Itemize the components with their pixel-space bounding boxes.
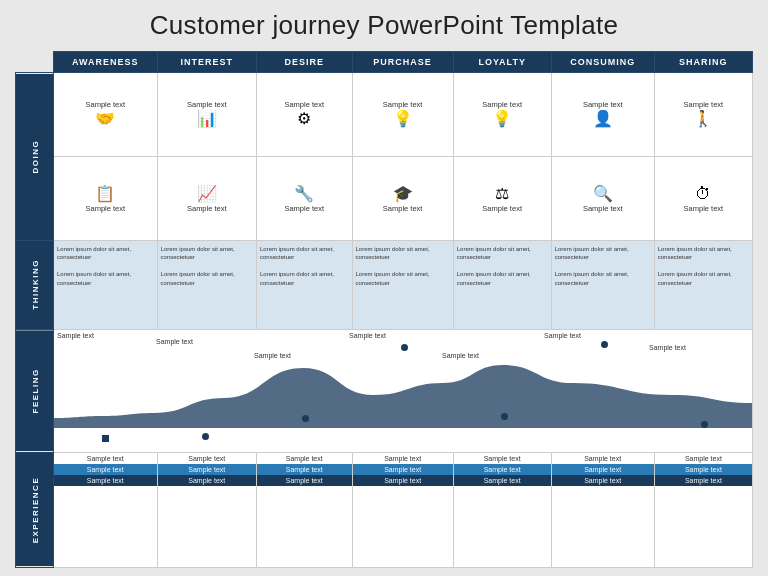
experience-inner-row: Sample text	[353, 453, 453, 464]
experience-inner-row: Sample text	[257, 475, 352, 486]
feeling-label-0: Sample text	[57, 332, 94, 339]
experience-inner-table: Sample textSample textSample text	[552, 453, 654, 486]
experience-inner-row: Sample text	[158, 453, 256, 464]
exp-cell-5-2: Sample text	[552, 475, 654, 486]
doing-bottom-cell-2: 🔧Sample text	[256, 156, 352, 240]
experience-inner-row: Sample text	[454, 475, 551, 486]
thinking-cell-2: Lorem ipsum dolor sit amet, consectetuer…	[256, 240, 352, 330]
doing-bottom-cell-1: 📈Sample text	[157, 156, 256, 240]
exp-cell-3-0: Sample text	[353, 453, 453, 464]
feeling-dot-6	[701, 421, 708, 428]
feeling-row: FEELING Sample text Sample text Sample t…	[16, 330, 753, 452]
doing-top-cell-3: Sample text💡	[352, 73, 453, 157]
thinking-cell-3: Lorem ipsum dolor sit amet, consectetuer…	[352, 240, 453, 330]
feeling-dot-3	[401, 344, 408, 351]
exp-cell-6-2: Sample text	[655, 475, 752, 486]
exp-cell-3-1: Sample text	[353, 464, 453, 475]
exp-cell-0-2: Sample text	[54, 475, 157, 486]
feeling-label-5: Sample text	[544, 332, 581, 339]
experience-label: EXPERIENCE	[16, 452, 54, 567]
col-awareness: AWARENESS	[54, 52, 158, 73]
thinking-cell-5: Lorem ipsum dolor sit amet, consectetuer…	[551, 240, 654, 330]
doing-top-cell-5: Sample text👤	[551, 73, 654, 157]
page-title: Customer journey PowerPoint Template	[150, 10, 618, 41]
exp-cell-4-1: Sample text	[454, 464, 551, 475]
experience-cell-6: Sample textSample textSample text	[654, 452, 752, 567]
doing-bottom-cell-4: ⚖Sample text	[453, 156, 551, 240]
exp-cell-3-2: Sample text	[353, 475, 453, 486]
doing-bottom-cell-5: 🔍Sample text	[551, 156, 654, 240]
doing-top-cell-6: Sample text🚶	[654, 73, 752, 157]
exp-cell-0-1: Sample text	[54, 464, 157, 475]
exp-cell-4-0: Sample text	[454, 453, 551, 464]
experience-inner-table: Sample textSample textSample text	[54, 453, 157, 486]
doing-top-cell-0: Sample text🤝	[54, 73, 158, 157]
thinking-cell-0: Lorem ipsum dolor sit amet, consectetuer…	[54, 240, 158, 330]
exp-cell-2-0: Sample text	[257, 453, 352, 464]
experience-row: EXPERIENCESample textSample textSample t…	[16, 452, 753, 567]
experience-inner-row: Sample text	[552, 464, 654, 475]
experience-cell-5: Sample textSample textSample text	[551, 452, 654, 567]
doing-top-cell-1: Sample text📊	[157, 73, 256, 157]
feeling-label-6: Sample text	[649, 344, 686, 351]
thinking-cell-1: Lorem ipsum dolor sit amet, consectetuer…	[157, 240, 256, 330]
feeling-label-3: Sample text	[349, 332, 386, 339]
feeling-dot-1	[202, 433, 209, 440]
experience-inner-row: Sample text	[158, 475, 256, 486]
experience-inner-row: Sample text	[655, 464, 752, 475]
feeling-dot-2	[302, 415, 309, 422]
experience-cell-2: Sample textSample textSample text	[256, 452, 352, 567]
experience-inner-row: Sample text	[257, 464, 352, 475]
doing-top-row: DOINGSample text🤝Sample text📊Sample text…	[16, 73, 753, 157]
feeling-label: FEELING	[16, 330, 54, 452]
experience-inner-row: Sample text	[655, 475, 752, 486]
experience-inner-row: Sample text	[54, 464, 157, 475]
feeling-label-2: Sample text	[254, 352, 291, 359]
experience-cell-0: Sample textSample textSample text	[54, 452, 158, 567]
experience-inner-table: Sample textSample textSample text	[353, 453, 453, 486]
exp-cell-5-0: Sample text	[552, 453, 654, 464]
experience-inner-row: Sample text	[454, 464, 551, 475]
experience-cell-3: Sample textSample textSample text	[352, 452, 453, 567]
thinking-cell-4: Lorem ipsum dolor sit amet, consectetuer…	[453, 240, 551, 330]
exp-cell-4-2: Sample text	[454, 475, 551, 486]
experience-inner-table: Sample textSample textSample text	[655, 453, 752, 486]
experience-inner-row: Sample text	[353, 464, 453, 475]
experience-inner-table: Sample textSample textSample text	[454, 453, 551, 486]
thinking-label: THINKING	[16, 240, 54, 330]
exp-cell-2-1: Sample text	[257, 464, 352, 475]
experience-inner-table: Sample textSample textSample text	[257, 453, 352, 486]
col-sharing: SHARING	[654, 52, 752, 73]
col-interest: INTEREST	[157, 52, 256, 73]
doing-bottom-cell-3: 🎓Sample text	[352, 156, 453, 240]
journey-table: AWARENESS INTEREST DESIRE PURCHASE LOYAL…	[15, 51, 753, 568]
feeling-dot-4	[501, 413, 508, 420]
experience-inner-row: Sample text	[158, 464, 256, 475]
doing-top-cell-4: Sample text💡	[453, 73, 551, 157]
experience-inner-table: Sample textSample textSample text	[158, 453, 256, 486]
doing-bottom-cell-6: ⏱Sample text	[654, 156, 752, 240]
experience-inner-row: Sample text	[454, 453, 551, 464]
thinking-cell-6: Lorem ipsum dolor sit amet, consectetuer…	[654, 240, 752, 330]
col-consuming: CONSUMING	[551, 52, 654, 73]
feeling-label-4: Sample text	[442, 352, 479, 359]
experience-inner-row: Sample text	[552, 475, 654, 486]
feeling-label-1: Sample text	[156, 338, 193, 345]
feeling-dot-0	[102, 435, 109, 442]
experience-cell-1: Sample textSample textSample text	[157, 452, 256, 567]
experience-inner-row: Sample text	[552, 453, 654, 464]
exp-cell-6-0: Sample text	[655, 453, 752, 464]
col-desire: DESIRE	[256, 52, 352, 73]
experience-inner-row: Sample text	[54, 475, 157, 486]
exp-cell-5-1: Sample text	[552, 464, 654, 475]
experience-cell-4: Sample textSample textSample text	[453, 452, 551, 567]
experience-inner-row: Sample text	[257, 453, 352, 464]
doing-top-cell-2: Sample text⚙	[256, 73, 352, 157]
feeling-dot-5	[601, 341, 608, 348]
exp-cell-6-1: Sample text	[655, 464, 752, 475]
exp-cell-1-0: Sample text	[158, 453, 256, 464]
col-purchase: PURCHASE	[352, 52, 453, 73]
experience-inner-row: Sample text	[353, 475, 453, 486]
header-row: AWARENESS INTEREST DESIRE PURCHASE LOYAL…	[16, 52, 753, 73]
experience-inner-row: Sample text	[54, 453, 157, 464]
